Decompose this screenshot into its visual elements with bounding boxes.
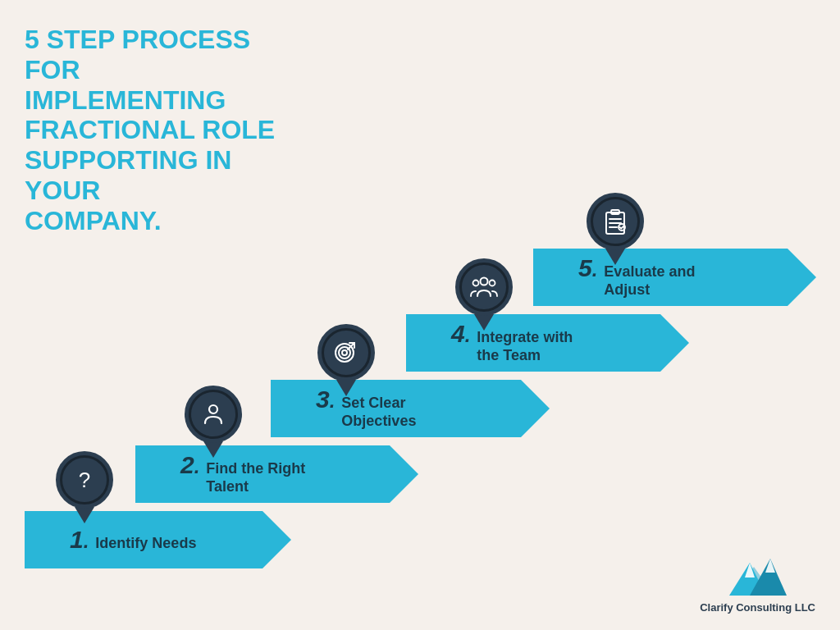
svg-point-9 bbox=[473, 281, 479, 286]
pin1: ? bbox=[56, 451, 113, 523]
svg-line-5 bbox=[348, 346, 351, 349]
step1-label: Identify Needs bbox=[95, 535, 196, 553]
question-icon: ? bbox=[79, 468, 90, 493]
step4-arrow: 4 . Integrate withthe Team bbox=[406, 314, 660, 372]
pin4 bbox=[455, 258, 513, 331]
step5-arrow: 5 . Evaluate andAdjust bbox=[533, 249, 788, 306]
logo-container: Clarify Consulting LLC bbox=[700, 555, 815, 614]
step1-number: 1 bbox=[70, 527, 84, 552]
team-icon bbox=[469, 275, 499, 299]
step2-label: Find the RightTalent bbox=[206, 460, 305, 495]
logo-text: Clarify Consulting LLC bbox=[700, 601, 815, 614]
person-icon bbox=[201, 402, 226, 427]
step3-label: Set ClearObjectives bbox=[341, 395, 416, 430]
step3-arrow: 3 . Set ClearObjectives bbox=[271, 380, 521, 437]
svg-point-8 bbox=[481, 278, 488, 285]
target-icon bbox=[333, 340, 359, 366]
clipboard-icon bbox=[604, 208, 627, 235]
pin3 bbox=[317, 324, 375, 396]
svg-point-3 bbox=[342, 350, 347, 355]
svg-point-0 bbox=[209, 405, 217, 413]
pin5 bbox=[587, 193, 644, 265]
steps-container: 1 . Identify Needs 2 . Find the RightTal… bbox=[0, 0, 840, 630]
step5-label: Evaluate andAdjust bbox=[604, 263, 695, 299]
logo-mountain-icon bbox=[725, 555, 791, 600]
step4-label: Integrate withthe Team bbox=[477, 329, 573, 364]
step2-arrow: 2 . Find the RightTalent bbox=[135, 445, 390, 503]
svg-point-10 bbox=[490, 281, 495, 286]
pin2 bbox=[185, 386, 242, 458]
